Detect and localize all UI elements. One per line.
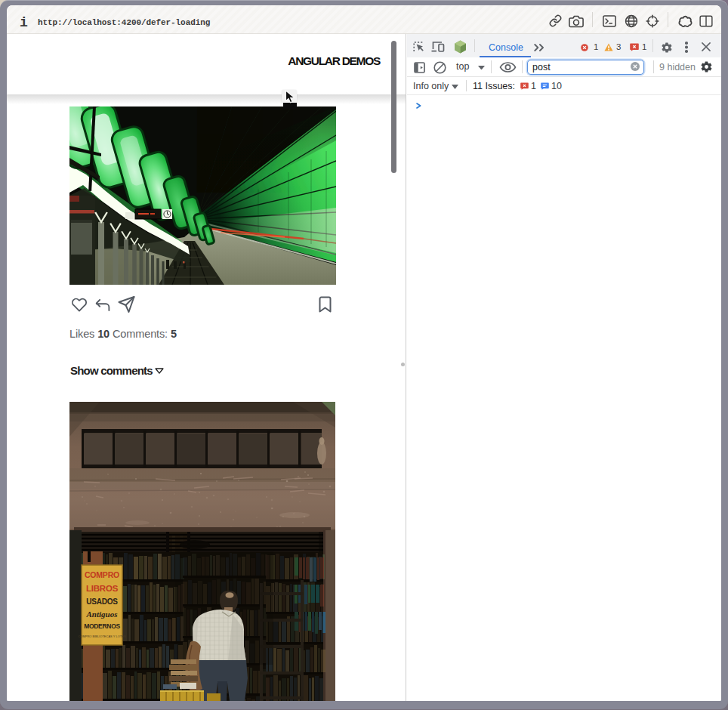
svg-text:COMPRO: COMPRO — [85, 570, 119, 579]
svg-text:USADOS: USADOS — [86, 597, 118, 606]
svg-text:MODERNOS: MODERNOS — [84, 622, 120, 630]
svg-text:Antiguos: Antiguos — [86, 610, 118, 619]
svg-text:COMPRO BIBLIOTECAS Y LOTES: COMPRO BIBLIOTECAS Y LOTES — [78, 634, 126, 638]
svg-text:LIBROS: LIBROS — [86, 584, 119, 593]
